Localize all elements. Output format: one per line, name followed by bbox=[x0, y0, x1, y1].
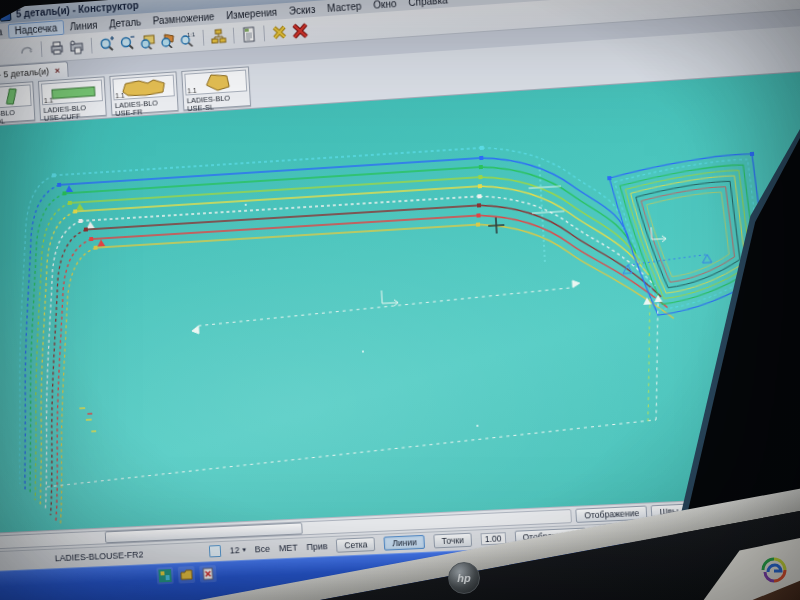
piece-card-fr[interactable]: 1.1 LADIES-BLOUSE-FR bbox=[109, 71, 178, 115]
menu-item-master[interactable]: Мастер bbox=[321, 0, 368, 15]
toolbar-separator bbox=[233, 28, 235, 44]
brand-logo-text: hp bbox=[457, 572, 470, 584]
piece-card-col[interactable]: 1.1 LADIES-BLOUSE-COL bbox=[0, 81, 35, 125]
status-all[interactable]: Все bbox=[255, 544, 271, 555]
piece-thumbnail: 1.1 bbox=[0, 84, 32, 110]
status-met[interactable]: МЕТ bbox=[279, 543, 298, 554]
monitor-brand-logo: hp bbox=[448, 562, 480, 594]
menu-item-okno[interactable]: Окно bbox=[367, 0, 403, 12]
photo-of-monitor: 5 деталь(и) - Конструктор Правка Надсечк… bbox=[0, 0, 800, 600]
zoom-in-icon[interactable] bbox=[97, 35, 115, 54]
sleeve-contours bbox=[606, 152, 771, 318]
plot-icon[interactable] bbox=[67, 38, 85, 57]
piece-thumbnail: 1.1 bbox=[41, 80, 103, 106]
taskbar-doc-icon[interactable] bbox=[199, 565, 217, 583]
zoom-window-icon[interactable] bbox=[138, 32, 156, 51]
taskbar-app-icon[interactable] bbox=[156, 567, 173, 585]
current-piece-name: LADIES-BLOUSE-FR2 bbox=[55, 547, 201, 563]
pattern-canvas[interactable] bbox=[0, 69, 800, 535]
report-icon[interactable] bbox=[240, 25, 259, 44]
status-priv[interactable]: Прив bbox=[306, 542, 328, 553]
undo-icon[interactable] bbox=[17, 41, 35, 60]
size-value: 12 bbox=[229, 546, 239, 556]
menu-item-eskiz[interactable]: Эскиз bbox=[283, 2, 322, 18]
piece-card-sl[interactable]: 1.1 LADIES-BLOUSE-SL bbox=[181, 66, 251, 110]
delete-notch-icon[interactable] bbox=[270, 23, 289, 42]
zoom-1-1-icon[interactable]: 1:1 bbox=[179, 30, 198, 49]
print-icon[interactable] bbox=[47, 39, 65, 58]
taskbar-folder-icon[interactable] bbox=[178, 566, 196, 584]
piece-scale: 1.1 bbox=[115, 92, 125, 100]
toolbar-separator bbox=[91, 38, 93, 54]
rainbow-spiral-logo-icon bbox=[760, 556, 788, 584]
guide-lines bbox=[31, 154, 723, 487]
piece-thumbnail: 1.1 bbox=[184, 70, 247, 96]
toolbar-separator bbox=[41, 42, 43, 58]
toolbar-separator bbox=[202, 30, 204, 46]
tab-close-icon[interactable]: × bbox=[54, 65, 60, 75]
piece-thumbnail: 1.1 bbox=[112, 75, 174, 101]
toolbar-separator bbox=[263, 26, 265, 42]
status-checkbox[interactable] bbox=[209, 545, 221, 557]
zoom-out-icon[interactable] bbox=[118, 34, 136, 53]
points-toggle[interactable]: Точки bbox=[433, 533, 472, 549]
pieces-scheme-icon[interactable] bbox=[209, 27, 228, 46]
grading-contours bbox=[3, 135, 684, 528]
menu-item-detal[interactable]: Деталь bbox=[103, 15, 147, 31]
app-icon bbox=[0, 9, 11, 22]
pattern-svg bbox=[0, 69, 800, 535]
zoom-piece-icon[interactable] bbox=[159, 31, 178, 50]
menu-item-liniya[interactable]: Линия bbox=[64, 18, 104, 34]
grid-toggle[interactable]: Сетка bbox=[336, 538, 376, 554]
piece-card-cuff[interactable]: 1.1 LADIES-BLOUSE-CUFF bbox=[38, 76, 107, 120]
size-selector[interactable]: 12 ▾ bbox=[229, 545, 246, 556]
piece-scale: 1.1 bbox=[44, 97, 54, 105]
piece-scale: 1.1 bbox=[187, 87, 197, 95]
chevron-down-icon: ▾ bbox=[242, 546, 246, 554]
lines-toggle[interactable]: Линии bbox=[384, 535, 425, 551]
delete-icon[interactable] bbox=[291, 22, 310, 41]
